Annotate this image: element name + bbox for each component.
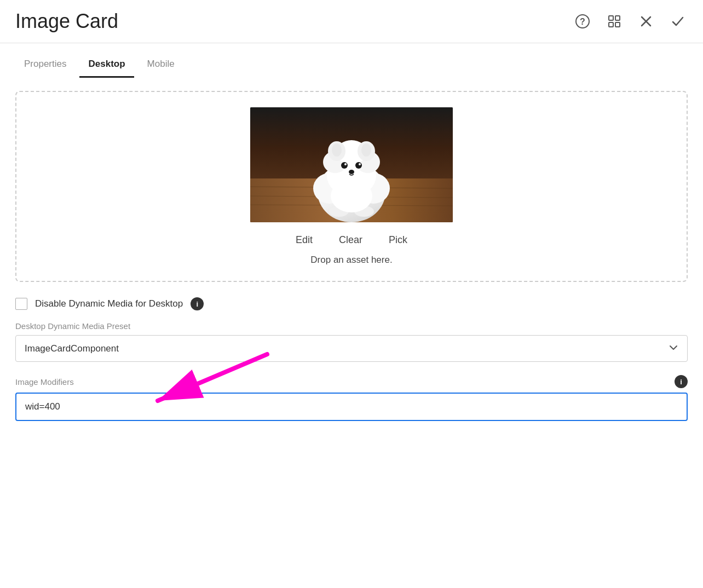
main-content: Edit Clear Pick Drop an asset here. Disa…	[0, 78, 703, 434]
preset-field-group: Desktop Dynamic Media Preset ImageCardCo…	[15, 321, 688, 362]
arrow-overlay	[15, 393, 688, 421]
disable-dynamic-media-checkbox[interactable]	[15, 298, 27, 310]
tab-desktop[interactable]: Desktop	[79, 53, 134, 78]
fullscreen-button[interactable]	[604, 11, 624, 31]
dynamic-media-info-icon[interactable]: i	[191, 297, 204, 310]
dialog-title: Image Card	[15, 10, 573, 33]
header-actions: ?	[573, 11, 688, 31]
modifiers-header: Image Modifiers i	[15, 375, 688, 388]
modifiers-field-group: Image Modifiers i	[15, 375, 688, 421]
preset-select-wrapper: ImageCardComponent	[15, 335, 688, 362]
svg-point-32	[331, 180, 372, 212]
dog-preview-svg	[250, 107, 453, 222]
clear-button[interactable]: Clear	[335, 232, 367, 248]
modifiers-info-icon[interactable]: i	[675, 375, 688, 388]
svg-point-27	[344, 163, 347, 165]
preset-select[interactable]: ImageCardComponent	[15, 335, 688, 362]
image-preview	[250, 107, 453, 222]
svg-text:?: ?	[580, 17, 585, 26]
tab-bar: Properties Desktop Mobile	[0, 53, 703, 78]
close-icon	[638, 14, 654, 29]
close-button[interactable]	[636, 11, 656, 31]
svg-rect-2	[609, 16, 613, 20]
svg-rect-3	[615, 16, 620, 20]
edit-button[interactable]: Edit	[291, 232, 317, 248]
fullscreen-icon	[607, 14, 622, 29]
check-icon	[670, 14, 685, 29]
svg-point-28	[359, 163, 361, 165]
svg-rect-5	[615, 22, 620, 27]
svg-point-29	[349, 170, 354, 174]
svg-point-24	[361, 143, 371, 157]
pick-button[interactable]: Pick	[384, 232, 412, 248]
modifiers-label: Image Modifiers	[15, 377, 74, 387]
svg-point-23	[332, 143, 342, 157]
disable-dynamic-media-label: Disable Dynamic Media for Desktop	[35, 298, 183, 309]
modifiers-input[interactable]	[15, 393, 688, 421]
preset-field-label: Desktop Dynamic Media Preset	[15, 321, 688, 331]
tab-mobile[interactable]: Mobile	[139, 53, 183, 78]
confirm-button[interactable]	[668, 11, 688, 31]
help-button[interactable]: ?	[573, 11, 592, 31]
disable-dynamic-media-row: Disable Dynamic Media for Desktop i	[15, 297, 688, 310]
dialog-header: Image Card ?	[0, 0, 703, 43]
image-action-buttons: Edit Clear Pick	[291, 232, 412, 248]
svg-rect-4	[609, 22, 613, 27]
svg-point-26	[355, 162, 362, 169]
tab-properties[interactable]: Properties	[15, 53, 75, 78]
svg-point-25	[341, 162, 348, 169]
image-drop-zone[interactable]: Edit Clear Pick Drop an asset here.	[15, 91, 688, 282]
drop-hint-text: Drop an asset here.	[310, 255, 392, 266]
help-circle-icon: ?	[575, 14, 590, 29]
